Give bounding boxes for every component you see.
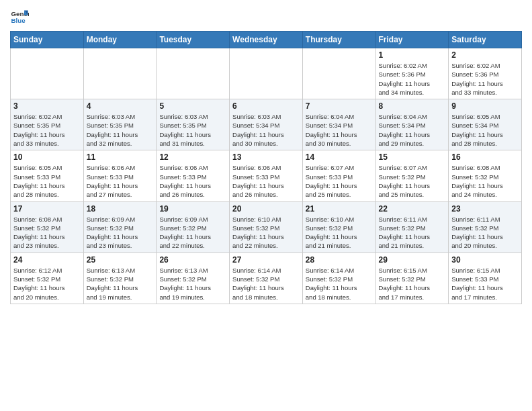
day-info: Sunrise: 6:06 AM Sunset: 5:33 PM Dayligh… (232, 163, 300, 199)
day-number: 20 (232, 204, 300, 214)
calendar-cell: 23Sunrise: 6:11 AM Sunset: 5:32 PM Dayli… (449, 201, 522, 253)
calendar-cell: 15Sunrise: 6:07 AM Sunset: 5:32 PM Dayli… (375, 150, 449, 201)
day-info: Sunrise: 6:04 AM Sunset: 5:34 PM Dayligh… (379, 112, 446, 148)
day-number: 6 (232, 101, 300, 111)
day-info: Sunrise: 6:02 AM Sunset: 5:35 PM Dayligh… (13, 112, 81, 148)
calendar-cell: 16Sunrise: 6:08 AM Sunset: 5:32 PM Dayli… (449, 150, 522, 201)
day-info: Sunrise: 6:14 AM Sunset: 5:32 PM Dayligh… (306, 266, 373, 302)
day-info: Sunrise: 6:06 AM Sunset: 5:33 PM Dayligh… (87, 163, 154, 199)
calendar-cell: 30Sunrise: 6:15 AM Sunset: 5:33 PM Dayli… (449, 253, 522, 304)
weekday-header-row: SundayMondayTuesdayWednesdayThursdayFrid… (11, 32, 522, 48)
calendar-cell: 24Sunrise: 6:12 AM Sunset: 5:32 PM Dayli… (11, 253, 84, 304)
day-info: Sunrise: 6:13 AM Sunset: 5:32 PM Dayligh… (159, 266, 226, 302)
header: General Blue (10, 7, 522, 26)
calendar-cell: 21Sunrise: 6:10 AM Sunset: 5:32 PM Dayli… (302, 201, 375, 253)
day-info: Sunrise: 6:15 AM Sunset: 5:33 PM Dayligh… (451, 266, 519, 302)
day-info: Sunrise: 6:03 AM Sunset: 5:35 PM Dayligh… (87, 112, 154, 148)
day-info: Sunrise: 6:11 AM Sunset: 5:32 PM Dayligh… (379, 215, 446, 250)
day-number: 2 (451, 50, 519, 60)
calendar-cell: 14Sunrise: 6:07 AM Sunset: 5:33 PM Dayli… (302, 150, 375, 201)
calendar-cell: 27Sunrise: 6:14 AM Sunset: 5:32 PM Dayli… (230, 253, 303, 304)
weekday-header-tuesday: Tuesday (157, 32, 230, 48)
day-number: 13 (232, 152, 300, 162)
day-number: 10 (13, 152, 81, 162)
day-info: Sunrise: 6:15 AM Sunset: 5:32 PM Dayligh… (379, 266, 446, 302)
week-row-1: 1Sunrise: 6:02 AM Sunset: 5:36 PM Daylig… (11, 48, 522, 99)
day-info: Sunrise: 6:05 AM Sunset: 5:34 PM Dayligh… (451, 112, 519, 148)
day-info: Sunrise: 6:11 AM Sunset: 5:32 PM Dayligh… (451, 215, 519, 250)
calendar-cell: 6Sunrise: 6:03 AM Sunset: 5:34 PM Daylig… (230, 99, 303, 150)
svg-text:Blue: Blue (11, 17, 26, 24)
day-number: 24 (13, 255, 81, 265)
calendar-page: General Blue SundayMondayTuesdayWednesda… (0, 0, 532, 314)
calendar-cell (11, 48, 84, 99)
day-number: 15 (379, 152, 446, 162)
calendar-cell: 10Sunrise: 6:05 AM Sunset: 5:33 PM Dayli… (11, 150, 84, 201)
logo-icon: General Blue (10, 7, 29, 26)
day-info: Sunrise: 6:02 AM Sunset: 5:36 PM Dayligh… (451, 61, 519, 97)
day-info: Sunrise: 6:03 AM Sunset: 5:34 PM Dayligh… (232, 112, 300, 148)
weekday-header-friday: Friday (375, 32, 449, 48)
day-info: Sunrise: 6:14 AM Sunset: 5:32 PM Dayligh… (232, 266, 300, 302)
calendar-cell: 17Sunrise: 6:08 AM Sunset: 5:32 PM Dayli… (11, 201, 84, 253)
day-number: 22 (379, 204, 446, 214)
calendar-cell: 29Sunrise: 6:15 AM Sunset: 5:32 PM Dayli… (375, 253, 449, 304)
day-number: 23 (451, 204, 519, 214)
day-info: Sunrise: 6:07 AM Sunset: 5:33 PM Dayligh… (306, 163, 373, 199)
day-number: 1 (379, 50, 446, 60)
calendar-cell: 19Sunrise: 6:09 AM Sunset: 5:32 PM Dayli… (157, 201, 230, 253)
calendar-cell: 12Sunrise: 6:06 AM Sunset: 5:33 PM Dayli… (157, 150, 230, 201)
calendar-cell: 7Sunrise: 6:04 AM Sunset: 5:34 PM Daylig… (302, 99, 375, 150)
day-number: 27 (232, 255, 300, 265)
day-number: 26 (159, 255, 226, 265)
day-info: Sunrise: 6:05 AM Sunset: 5:33 PM Dayligh… (13, 163, 81, 199)
day-number: 5 (159, 101, 226, 111)
day-number: 29 (379, 255, 446, 265)
day-info: Sunrise: 6:04 AM Sunset: 5:34 PM Dayligh… (306, 112, 373, 148)
day-number: 30 (451, 255, 519, 265)
day-number: 7 (306, 101, 373, 111)
calendar-cell: 22Sunrise: 6:11 AM Sunset: 5:32 PM Dayli… (375, 201, 449, 253)
day-number: 19 (159, 204, 226, 214)
week-row-4: 17Sunrise: 6:08 AM Sunset: 5:32 PM Dayli… (11, 201, 522, 253)
day-info: Sunrise: 6:09 AM Sunset: 5:32 PM Dayligh… (159, 215, 226, 250)
day-number: 14 (306, 152, 373, 162)
day-number: 4 (87, 101, 154, 111)
calendar-cell: 28Sunrise: 6:14 AM Sunset: 5:32 PM Dayli… (302, 253, 375, 304)
day-number: 12 (159, 152, 226, 162)
day-info: Sunrise: 6:06 AM Sunset: 5:33 PM Dayligh… (159, 163, 226, 199)
day-number: 17 (13, 204, 81, 214)
week-row-5: 24Sunrise: 6:12 AM Sunset: 5:32 PM Dayli… (11, 253, 522, 304)
calendar-cell: 25Sunrise: 6:13 AM Sunset: 5:32 PM Dayli… (83, 253, 157, 304)
day-info: Sunrise: 6:08 AM Sunset: 5:32 PM Dayligh… (451, 163, 519, 199)
day-number: 16 (451, 152, 519, 162)
calendar-cell: 3Sunrise: 6:02 AM Sunset: 5:35 PM Daylig… (11, 99, 84, 150)
day-number: 3 (13, 101, 81, 111)
day-info: Sunrise: 6:12 AM Sunset: 5:32 PM Dayligh… (13, 266, 81, 302)
weekday-header-monday: Monday (83, 32, 157, 48)
day-number: 8 (379, 101, 446, 111)
day-info: Sunrise: 6:03 AM Sunset: 5:35 PM Dayligh… (159, 112, 226, 148)
calendar-cell (230, 48, 303, 99)
day-info: Sunrise: 6:10 AM Sunset: 5:32 PM Dayligh… (232, 215, 300, 250)
calendar-cell (302, 48, 375, 99)
calendar-cell: 1Sunrise: 6:02 AM Sunset: 5:36 PM Daylig… (375, 48, 449, 99)
day-info: Sunrise: 6:13 AM Sunset: 5:32 PM Dayligh… (87, 266, 154, 302)
weekday-header-sunday: Sunday (11, 32, 84, 48)
calendar-cell (83, 48, 157, 99)
week-row-2: 3Sunrise: 6:02 AM Sunset: 5:35 PM Daylig… (11, 99, 522, 150)
weekday-header-thursday: Thursday (302, 32, 375, 48)
weekday-header-saturday: Saturday (449, 32, 522, 48)
day-number: 11 (87, 152, 154, 162)
day-info: Sunrise: 6:02 AM Sunset: 5:36 PM Dayligh… (379, 61, 446, 97)
calendar-cell (157, 48, 230, 99)
day-number: 9 (451, 101, 519, 111)
calendar-cell: 20Sunrise: 6:10 AM Sunset: 5:32 PM Dayli… (230, 201, 303, 253)
calendar-cell: 11Sunrise: 6:06 AM Sunset: 5:33 PM Dayli… (83, 150, 157, 201)
day-number: 18 (87, 204, 154, 214)
calendar-cell: 26Sunrise: 6:13 AM Sunset: 5:32 PM Dayli… (157, 253, 230, 304)
calendar-table: SundayMondayTuesdayWednesdayThursdayFrid… (10, 31, 522, 304)
day-info: Sunrise: 6:09 AM Sunset: 5:32 PM Dayligh… (87, 215, 154, 250)
calendar-cell: 18Sunrise: 6:09 AM Sunset: 5:32 PM Dayli… (83, 201, 157, 253)
calendar-cell: 4Sunrise: 6:03 AM Sunset: 5:35 PM Daylig… (83, 99, 157, 150)
